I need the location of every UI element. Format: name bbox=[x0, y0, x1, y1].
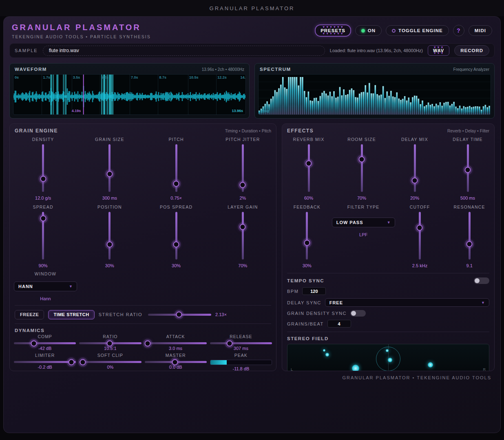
attack-slider[interactable] bbox=[145, 342, 207, 344]
help-button[interactable]: ? bbox=[453, 25, 464, 36]
time-stretch-button[interactable]: TIME STRETCH bbox=[48, 310, 94, 319]
reverb-mix-slider[interactable] bbox=[308, 144, 310, 192]
room-size-knob[interactable] bbox=[359, 156, 365, 163]
delay-sync-select[interactable]: FREE ▼ bbox=[325, 298, 489, 307]
spread-knob[interactable] bbox=[40, 216, 46, 222]
grain-density-sync-label: GRAIN DENSITY SYNC bbox=[287, 311, 347, 316]
feedback-slider[interactable] bbox=[306, 212, 308, 260]
pitch-jitter-knob[interactable] bbox=[240, 182, 246, 188]
position-slider[interactable] bbox=[108, 212, 111, 260]
help-icon: ? bbox=[457, 27, 461, 34]
resonance-knob[interactable] bbox=[466, 241, 473, 247]
filter-type-selected-value: LOW PASS bbox=[336, 220, 363, 225]
attack-knob[interactable] bbox=[145, 340, 151, 346]
time-gridline bbox=[130, 75, 130, 114]
cutoff-slider[interactable] bbox=[419, 212, 421, 260]
release-knob[interactable] bbox=[226, 340, 232, 346]
master-knob[interactable] bbox=[172, 359, 178, 365]
cutoff-label: CUTOFF bbox=[410, 205, 430, 211]
tempo-sync-title: TEMPO SYNC bbox=[287, 278, 324, 283]
room-size-slider[interactable] bbox=[361, 144, 363, 192]
resonance-slider[interactable] bbox=[469, 212, 471, 260]
toggle-engine-button[interactable]: TOGGLE ENGINE bbox=[386, 25, 449, 36]
grain-dot bbox=[428, 362, 433, 367]
waveform-display[interactable]: 0s1.7s3.5s5.2s7.0s8.7s10.5s12.2s14.4.19s… bbox=[13, 74, 246, 115]
attack-label: ATTACK bbox=[166, 334, 185, 340]
delay-sync-label: DELAY SYNC bbox=[287, 300, 321, 305]
window-display-value: Hann bbox=[14, 296, 77, 301]
delay-mix-slider[interactable] bbox=[414, 144, 416, 192]
grain-dot bbox=[325, 353, 329, 356]
presets-dropdown[interactable]: ▼▼▼▼▼▼ PRESETS ▼▼▼▼▼▼ bbox=[315, 24, 351, 37]
comp-control: COMP-42 dB bbox=[14, 334, 76, 352]
delay-time-slider[interactable] bbox=[467, 144, 469, 192]
master-slider[interactable] bbox=[145, 361, 207, 363]
pitch-jitter-slider[interactable] bbox=[242, 144, 244, 192]
comp-slider[interactable] bbox=[14, 342, 76, 344]
feedback-label: FEEDBACK bbox=[294, 205, 321, 211]
grain-density-sync-toggle[interactable] bbox=[350, 310, 366, 317]
pos-spread-slider[interactable] bbox=[175, 212, 177, 260]
feedback-knob[interactable] bbox=[304, 240, 310, 246]
record-button[interactable]: RECORD bbox=[454, 45, 489, 56]
layer-gain-knob[interactable] bbox=[240, 224, 246, 230]
peak-label: PEAK bbox=[234, 353, 248, 359]
limiter-knob[interactable] bbox=[68, 359, 74, 365]
time-gridline bbox=[42, 75, 42, 114]
pitch-slider[interactable] bbox=[175, 144, 177, 192]
tempo-sync-toggle[interactable] bbox=[474, 277, 489, 284]
position-knob[interactable] bbox=[106, 241, 113, 247]
spread-slider[interactable] bbox=[42, 212, 44, 260]
freeze-button[interactable]: FREEZE bbox=[15, 310, 44, 319]
spread-value: 90% bbox=[39, 263, 48, 269]
pitch-jitter-control: PITCH JITTER2% bbox=[210, 137, 276, 201]
sample-filename-input[interactable] bbox=[43, 46, 325, 56]
limiter-slider[interactable] bbox=[14, 361, 76, 363]
window-label: WINDOW bbox=[14, 271, 77, 276]
bpm-input[interactable] bbox=[302, 287, 326, 295]
window-select[interactable]: HANN ▼ bbox=[14, 282, 77, 291]
comp-label: COMP bbox=[38, 334, 52, 340]
time-tick-label: 3.5s bbox=[73, 75, 80, 79]
master-value: 0.0 dB bbox=[169, 365, 182, 370]
delay-mix-knob[interactable] bbox=[412, 177, 418, 183]
release-value: 307 ms bbox=[234, 346, 248, 352]
reverb-mix-knob[interactable] bbox=[306, 160, 312, 166]
density-knob[interactable] bbox=[40, 176, 46, 182]
plugin-window: GRANULAR PLASMATOR TEKENGINE AUDIO TOOLS… bbox=[3, 16, 501, 433]
layer-gain-slider[interactable] bbox=[242, 212, 244, 260]
page-title: GRANULAR PLASMATOR bbox=[12, 23, 151, 32]
cutoff-value: 2.5 kHz bbox=[412, 263, 427, 269]
plugin-header: GRANULAR PLASMATOR TEKENGINE AUDIO TOOLS… bbox=[4, 17, 500, 39]
divider bbox=[15, 323, 271, 324]
ratio-label: RATIO bbox=[103, 334, 117, 340]
ratio-control: RATIO10.5:1 bbox=[79, 334, 141, 352]
filter-type-select[interactable]: LOW PASS▼ bbox=[332, 218, 395, 227]
stretch-ratio-knob[interactable] bbox=[176, 312, 182, 318]
delay-time-knob[interactable] bbox=[465, 167, 471, 173]
ratio-slider[interactable] bbox=[79, 342, 141, 344]
waveform-title: WAVEFORM bbox=[15, 67, 47, 72]
ratio-knob[interactable] bbox=[106, 340, 113, 346]
stereo-field-title: STEREO FIELD bbox=[282, 336, 494, 341]
pitch-knob[interactable] bbox=[173, 181, 179, 187]
pos-spread-knob[interactable] bbox=[173, 241, 179, 247]
grain-size-slider[interactable] bbox=[108, 144, 111, 192]
soft-clip-knob[interactable] bbox=[80, 359, 86, 365]
soft-clip-slider[interactable] bbox=[79, 361, 141, 363]
grains-beat-input[interactable] bbox=[327, 320, 351, 328]
toggle-knob bbox=[351, 311, 356, 316]
midi-button[interactable]: MIDI bbox=[469, 25, 492, 36]
soft-clip-value: 0% bbox=[107, 365, 113, 370]
power-on-button[interactable]: ON bbox=[355, 25, 382, 36]
toggle-knob bbox=[475, 278, 480, 283]
release-slider[interactable] bbox=[210, 342, 272, 344]
density-value: 12.0 g/s bbox=[35, 196, 51, 201]
cutoff-knob[interactable] bbox=[417, 224, 423, 231]
grain-size-knob[interactable] bbox=[106, 171, 113, 177]
comp-knob[interactable] bbox=[31, 340, 37, 346]
filter-type-display-value: LPF bbox=[359, 232, 367, 237]
stretch-ratio-slider[interactable] bbox=[148, 314, 211, 316]
density-slider[interactable] bbox=[42, 144, 44, 192]
format-dropdown[interactable]: ▼▼▼ WAV ▼▼▼ bbox=[428, 45, 449, 56]
